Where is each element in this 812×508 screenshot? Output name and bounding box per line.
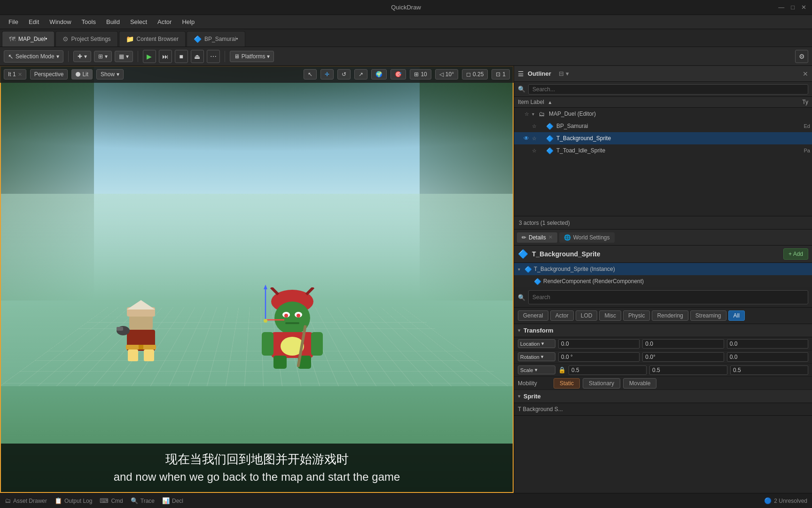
expand-icon-map[interactable]: ▾ — [532, 111, 539, 117]
rotate-tool[interactable]: ↺ — [337, 69, 351, 79]
details-search-input[interactable] — [528, 290, 808, 304]
scale-btn[interactable]: ◻ 0.25 — [462, 69, 488, 79]
scale-z-input[interactable] — [730, 365, 808, 375]
location-z-input[interactable] — [727, 339, 808, 349]
mobility-static-button[interactable]: Static — [554, 378, 580, 389]
location-select[interactable]: Location — [518, 339, 555, 348]
add-actor-button[interactable]: ✚ — [73, 51, 91, 62]
location-y-input[interactable] — [642, 339, 724, 349]
play-advance-button[interactable]: ⏭ — [159, 50, 172, 63]
viewport-close-icon[interactable]: ✕ — [18, 71, 22, 78]
view-type-btn[interactable]: ⊡ 1 — [492, 69, 510, 79]
menu-edit[interactable]: Edit — [24, 16, 44, 27]
tree-item-toad-sprite[interactable]: 👁 ☆ 🔷 T_Toad_Idle_Sprite Pa — [514, 144, 812, 157]
rotation-y-input[interactable] — [642, 352, 724, 362]
menu-window[interactable]: Window — [45, 16, 76, 27]
mobility-stationary-button[interactable]: Stationary — [583, 378, 620, 389]
show-button[interactable]: Show — [96, 69, 124, 79]
translate-tool[interactable]: ↖ — [304, 69, 317, 79]
platforms-button[interactable]: 🖥 Platforms — [230, 51, 274, 62]
subtitle-chinese: 现在当我们回到地图并开始游戏时 — [9, 451, 504, 468]
star-icon-toad[interactable]: ☆ — [532, 148, 539, 154]
tab-map-duel[interactable]: 🗺 MAP_Duel• — [2, 31, 55, 47]
scale-lock-icon[interactable]: 🔒 — [558, 366, 566, 373]
menu-build[interactable]: Build — [102, 16, 125, 27]
menu-tools[interactable]: Tools — [77, 16, 101, 27]
play-button[interactable]: ▶ — [143, 50, 156, 63]
visibility-icon-bg[interactable]: 👁 — [523, 135, 532, 142]
tab-project-settings[interactable]: ⚙ Project Settings — [55, 31, 118, 47]
minimize-button[interactable]: — — [778, 4, 784, 11]
viewport[interactable]: It 1 ✕ Perspective Lit Show ↖ ✛ ↺ ↗ 🌍 🎯 — [0, 66, 514, 493]
menu-help[interactable]: Help — [177, 16, 199, 27]
filter-rendering[interactable]: Rendering — [652, 310, 688, 321]
tree-item-bg-sprite[interactable]: 👁 ☆ 🔷 T_Background_Sprite — [514, 132, 812, 144]
selection-mode-button[interactable]: ↖ Selection Mode — [4, 50, 63, 63]
filter-misc[interactable]: Misc — [599, 310, 621, 321]
mobility-movable-button[interactable]: Movable — [623, 378, 656, 389]
filter-physic[interactable]: Physic — [623, 310, 650, 321]
visibility-icon-toad[interactable]: 👁 — [523, 147, 532, 154]
more-button[interactable]: ⋯ — [207, 50, 220, 63]
filter-all[interactable]: All — [728, 310, 745, 321]
scale-x-input[interactable] — [569, 365, 647, 375]
perspective-button[interactable]: Perspective — [30, 69, 68, 79]
tree-item-map-duel[interactable]: 👁 ☆ ▾ 🗂 MAP_Duel (Editor) — [514, 108, 812, 120]
outliner-close-button[interactable]: ✕ — [803, 70, 808, 78]
tab-content-browser[interactable]: 📁 Content Browser — [119, 31, 186, 47]
details-tab-close[interactable]: ✕ — [548, 234, 553, 240]
rotation-x-input[interactable] — [558, 352, 640, 362]
scale-tool[interactable]: ↗ — [354, 69, 367, 79]
star-icon-bp[interactable]: ☆ — [532, 123, 539, 129]
menu-file[interactable]: File — [4, 16, 23, 27]
status-decl[interactable]: 📊 Decl — [162, 497, 183, 504]
tree-item-bp-samurai[interactable]: 👁 ☆ 🔷 BP_Samurai Ed — [514, 120, 812, 132]
add-component-button[interactable]: + Add — [783, 248, 808, 260]
close-button[interactable]: ✕ — [801, 4, 806, 11]
expand-instance[interactable]: ▾ — [518, 267, 524, 272]
tab-world-settings[interactable]: 🌐 World Settings — [559, 232, 615, 243]
star-icon-map[interactable]: ☆ — [524, 111, 532, 117]
rotation-z-input[interactable] — [727, 352, 808, 362]
maximize-button[interactable]: □ — [791, 4, 795, 11]
filter-lod[interactable]: LOD — [576, 310, 598, 321]
grid-viewport-btn[interactable]: ⊞ 10 — [410, 69, 431, 79]
transform-section-header[interactable]: Transform — [514, 324, 812, 337]
world-tool[interactable]: 🌍 — [371, 69, 387, 79]
visibility-icon-bp[interactable]: 👁 — [523, 123, 532, 129]
stop-button[interactable]: ■ — [175, 50, 188, 63]
filter-icon[interactable]: ⊟ — [559, 70, 564, 77]
tab-details[interactable]: ✏ Details ✕ — [517, 232, 557, 243]
scale-select[interactable]: Scale — [518, 365, 555, 374]
status-asset-drawer[interactable]: 🗂 Asset Drawer — [5, 497, 47, 504]
lit-button[interactable]: Lit — [71, 69, 93, 79]
scale-y-input[interactable] — [649, 365, 727, 375]
component-render[interactable]: 🔷 RenderComponent (RenderComponent) — [514, 275, 812, 287]
menu-select[interactable]: Select — [125, 16, 152, 27]
location-x-input[interactable] — [558, 339, 640, 349]
grid-button[interactable]: ▦ — [115, 51, 133, 62]
eject-button[interactable]: ⏏ — [191, 50, 204, 63]
visibility-icon-map[interactable]: 👁 — [516, 111, 524, 117]
sprite-section-header[interactable]: Sprite — [514, 390, 812, 403]
filter-general[interactable]: General — [518, 310, 548, 321]
status-unresolved[interactable]: 🔵 2 Unresolved — [764, 497, 807, 504]
camera-tool[interactable]: 🎯 — [390, 69, 406, 79]
status-cmd[interactable]: ⌨ Cmd — [100, 497, 123, 504]
rotation-select[interactable]: Rotation — [518, 352, 555, 361]
tab-bp-samurai[interactable]: 🔷 BP_Samurai• — [187, 31, 245, 47]
star-icon-bg[interactable]: ☆ — [532, 135, 539, 142]
filter-chevron[interactable] — [566, 70, 569, 77]
filter-streaming[interactable]: Streaming — [690, 310, 726, 321]
status-trace[interactable]: 🔍 Trace — [131, 497, 155, 504]
settings-button[interactable]: ⚙ — [795, 50, 808, 63]
svg-marker-2 — [127, 300, 155, 310]
outliner-search-input[interactable] — [528, 84, 808, 95]
filter-actor[interactable]: Actor — [550, 310, 574, 321]
angle-btn[interactable]: ◁ 10° — [435, 69, 458, 79]
status-output-log[interactable]: 📋 Output Log — [55, 497, 92, 504]
move-tool[interactable]: ✛ — [320, 69, 334, 79]
snap-button[interactable]: ⊞ — [94, 51, 112, 62]
menu-actor[interactable]: Actor — [153, 16, 176, 27]
component-instance[interactable]: ▾ 🔷 T_Background_Sprite (Instance) — [514, 263, 812, 275]
